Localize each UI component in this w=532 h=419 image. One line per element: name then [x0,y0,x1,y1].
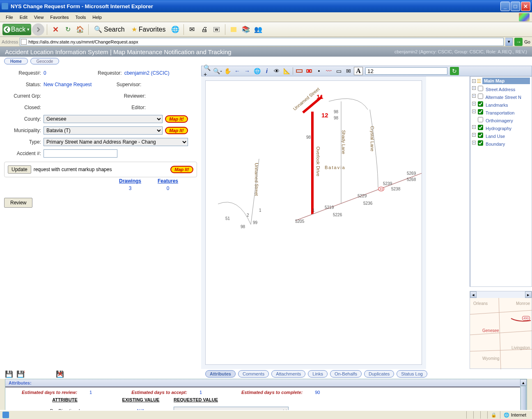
note-button[interactable] [228,24,239,35]
menu-favorites[interactable]: Favorites [47,14,72,21]
tab-attachments[interactable]: Attachments [271,370,305,378]
find-button[interactable]: 👁 [272,67,281,75]
tab-statuslog[interactable]: Status Log [397,370,427,378]
menu-view[interactable]: View [31,14,47,21]
text-tool-button[interactable]: A [354,67,363,75]
expand-icon[interactable]: + [472,86,476,90]
history-button[interactable]: 🌐 [170,24,181,35]
municipality-select[interactable]: Batavia (T) [44,126,163,135]
expand-icon[interactable]: + [472,110,476,113]
print-button[interactable]: 🖨 [199,24,210,35]
expand-icon[interactable]: + [472,125,476,129]
menu-tools[interactable]: Tools [72,14,89,21]
drawings-header[interactable]: Drawings [119,178,141,184]
menu-bar: File Edit View Favorites Tools Help [0,12,532,22]
layer-checkbox[interactable] [478,94,483,99]
minimize-button[interactable]: _ [500,2,510,11]
close-button[interactable]: ✕ [521,2,530,11]
tab-attributes[interactable]: Attributes [205,370,236,378]
layer-item[interactable]: + Hydrography [470,124,532,132]
home-button[interactable]: 🏠 [74,24,86,35]
point-tool-button[interactable]: • [314,67,323,75]
attr-scroll-up[interactable]: ▴ [520,379,527,386]
layer-item[interactable]: + Boundary [470,140,532,147]
ruler-button[interactable] [295,67,304,75]
back-button[interactable]: Back ▼ [2,24,31,35]
tab-duplicates[interactable]: Duplicates [364,370,394,378]
layer-item[interactable]: + Street Address [470,85,532,93]
measure-button[interactable]: 📐 [282,67,291,75]
layer-item[interactable]: + Landmarks [470,101,532,108]
features-header[interactable]: Features [158,178,178,184]
address-input[interactable]: https://alis.dmv.state.ny.us/mmnt/Change… [20,38,504,46]
save-as-icon-button[interactable]: 💾↓ [16,370,25,378]
window-title: NYS Change Request Form - Microsoft Inte… [11,3,153,9]
layer-checkbox[interactable] [478,133,483,138]
tab-comments[interactable]: Comments [238,370,269,378]
layer-checkbox[interactable] [478,117,483,122]
layer-item[interactable]: Orthoimagery [470,116,532,124]
search-button[interactable]: 🔍Search [91,24,128,35]
go-button[interactable]: → [514,38,523,46]
prev-extent-button[interactable]: ← [233,67,242,75]
rectangle-tool-button[interactable]: ▭ [334,67,343,75]
edit-button[interactable]: W [211,24,222,35]
collapse-main-map-icon[interactable]: − [472,79,476,83]
expand-icon[interactable]: + [472,94,476,98]
menu-file[interactable]: File [2,14,16,21]
menu-edit[interactable]: Edit [16,14,31,21]
zoom-in-button[interactable]: 🔍+ [203,67,212,75]
pan-button[interactable]: ✋ [223,67,232,75]
envelope-tool-button[interactable]: ✉ [344,67,353,75]
tab-links[interactable]: Links [308,370,328,378]
messenger-button[interactable]: 👥 [252,24,264,35]
refresh-button[interactable]: ↻ [62,24,73,35]
expand-icon[interactable]: + [472,133,476,137]
minimap-scroll-left[interactable]: ◂ [470,291,477,298]
expand-icon[interactable]: + [472,141,476,144]
mapit-county-button[interactable]: Map It! [165,115,188,123]
full-extent-button[interactable]: 🌐 [252,67,261,75]
county-select[interactable]: Genesee [44,115,163,123]
layer-checkbox[interactable] [478,109,483,114]
update-button[interactable]: Update [8,165,31,174]
tab-geocode[interactable]: Geocode [30,58,60,64]
expand-icon[interactable]: + [472,102,476,105]
clear-markup-button[interactable]: ✕ [305,67,314,75]
minimap-scroll-right[interactable]: ▸ [525,291,532,298]
minimap[interactable]: ◂ ▸ Orleans Monroe Genesee Livingston Wy… [470,291,532,369]
forward-button[interactable] [32,23,44,36]
research-button[interactable]: 📚 [240,24,252,35]
identify-button[interactable]: i [262,67,271,75]
menu-help[interactable]: Help [89,14,105,21]
layer-main-header[interactable]: Main Map [482,78,530,84]
mapit-update-button[interactable]: Map It! [170,166,193,173]
layer-checkbox[interactable] [478,140,483,146]
value-status: New Change Request [44,82,92,87]
next-extent-button[interactable]: → [243,67,252,75]
type-select[interactable]: Primary Street Name and Address Range - … [44,138,188,146]
map-view[interactable]: 11 12 Unnamed Street Overlook Drive Shad… [201,76,426,369]
layer-item[interactable]: + Transportation [470,108,532,116]
submit-text-button[interactable]: ↻ [450,67,459,75]
mail-button[interactable]: ✉ [186,24,198,35]
tab-onbehalfs[interactable]: On-Behalfs [330,370,362,378]
layer-item[interactable]: + Alternate Street N [470,93,532,101]
stop-button[interactable]: ✕ [50,24,61,35]
layer-checkbox[interactable] [478,125,483,130]
layer-checkbox[interactable] [478,101,483,107]
mapit-municipality-button[interactable]: Map It! [165,127,188,134]
layer-checkbox[interactable] [478,86,483,91]
tab-home[interactable]: Home [4,58,28,64]
address-dropdown[interactable]: ▾ [505,38,513,46]
maximize-button[interactable]: □ [511,2,520,11]
layer-item[interactable]: + Land Use [470,132,532,140]
review-button[interactable]: Review [4,198,32,208]
zoom-out-button[interactable]: 🔍- [213,67,222,75]
save-icon-button[interactable]: 💾 [5,370,13,378]
accident-no-input[interactable] [44,149,117,158]
text-tool-input[interactable] [365,67,447,75]
favorites-button[interactable]: ★Favorites [128,24,169,35]
delete-icon-button[interactable]: 💾✕ [56,370,64,378]
polyline-tool-button[interactable]: 〰 [324,67,333,75]
